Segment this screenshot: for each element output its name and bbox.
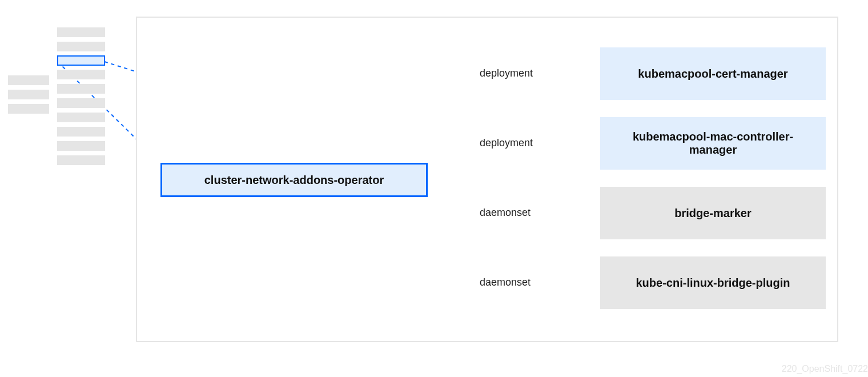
- target-box: kubemacpool-cert-manager: [600, 47, 826, 100]
- target-label: kubemacpool-cert-manager: [638, 67, 787, 81]
- edge-label: deployment: [480, 67, 533, 79]
- target-label: kubemacpool-mac-controller-manager: [617, 130, 809, 157]
- target-box: bridge-marker: [600, 187, 826, 239]
- mini-block: [57, 141, 105, 151]
- edge-label: daemonset: [480, 207, 531, 219]
- operator-label: cluster-network-addons-operator: [204, 174, 384, 187]
- mini-block: [57, 84, 105, 94]
- target-box: kubemacpool-mac-controller-manager: [600, 117, 826, 170]
- operator-box: cluster-network-addons-operator: [160, 163, 428, 197]
- mini-block: [8, 75, 49, 85]
- diagram-canvas: cluster-network-addons-operator deployme…: [0, 0, 868, 377]
- target-label: bridge-marker: [674, 207, 752, 220]
- mini-block: [57, 70, 105, 79]
- edge-label: daemonset: [480, 276, 531, 288]
- mini-block: [57, 113, 105, 122]
- mini-block: [57, 98, 105, 108]
- mini-block: [8, 90, 49, 99]
- mini-block: [57, 155, 105, 165]
- mini-block: [57, 127, 105, 137]
- target-label: kube-cni-linux-bridge-plugin: [636, 276, 790, 290]
- footer-id: 220_OpenShift_0722: [782, 364, 868, 374]
- target-box: kube-cni-linux-bridge-plugin: [600, 256, 826, 309]
- mini-block: [8, 104, 49, 114]
- mini-highlight-block: [57, 55, 105, 66]
- edge-label: deployment: [480, 137, 533, 149]
- mini-block: [57, 42, 105, 51]
- mini-block: [57, 27, 105, 37]
